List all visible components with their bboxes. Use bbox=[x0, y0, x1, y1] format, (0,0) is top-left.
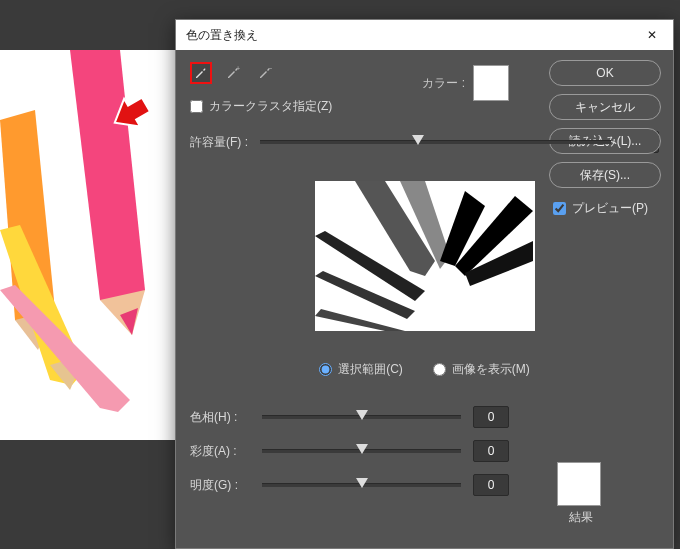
lightness-slider[interactable] bbox=[262, 483, 461, 487]
fuzziness-label: 許容量(F) : bbox=[190, 134, 248, 151]
svg-text:−: − bbox=[268, 65, 272, 72]
color-label: カラー : bbox=[422, 75, 465, 92]
saturation-value[interactable]: 0 bbox=[473, 440, 509, 462]
preview-checkbox[interactable]: プレビュー(P) bbox=[553, 200, 661, 217]
cancel-button[interactable]: キャンセル bbox=[549, 94, 661, 120]
radio-selection[interactable]: 選択範囲(C) bbox=[319, 361, 403, 378]
hue-slider[interactable] bbox=[262, 415, 461, 419]
saturation-label: 彩度(A) : bbox=[190, 443, 250, 460]
eyedropper-minus-icon[interactable]: − bbox=[254, 62, 276, 84]
lightness-value[interactable]: 0 bbox=[473, 474, 509, 496]
result-label: 結果 bbox=[569, 509, 593, 526]
dialog-title: 色の置き換え bbox=[186, 27, 258, 44]
fuzziness-slider[interactable] bbox=[260, 140, 611, 144]
lightness-label: 明度(G) : bbox=[190, 477, 250, 494]
replace-color-dialog: 色の置き換え ✕ + − カラー : OK キャンセル 読み込み(L)... 保… bbox=[175, 19, 674, 549]
annotation-arrow-icon bbox=[105, 90, 155, 140]
radio-image[interactable]: 画像を表示(M) bbox=[433, 361, 530, 378]
source-color-swatch[interactable] bbox=[473, 65, 509, 101]
result-color-swatch[interactable] bbox=[557, 462, 601, 506]
hue-label: 色相(H) : bbox=[190, 409, 250, 426]
close-icon[interactable]: ✕ bbox=[641, 26, 663, 44]
hue-value[interactable]: 0 bbox=[473, 406, 509, 428]
preview-check-input[interactable] bbox=[553, 202, 566, 215]
ok-button[interactable]: OK bbox=[549, 60, 661, 86]
eyedropper-icon[interactable] bbox=[190, 62, 212, 84]
saturation-slider[interactable] bbox=[262, 449, 461, 453]
cluster-check-input[interactable] bbox=[190, 100, 203, 113]
svg-marker-0 bbox=[70, 50, 145, 310]
eyedropper-plus-icon[interactable]: + bbox=[222, 62, 244, 84]
svg-marker-8 bbox=[107, 91, 154, 137]
svg-text:+: + bbox=[236, 65, 240, 72]
titlebar: 色の置き換え ✕ bbox=[176, 20, 673, 50]
save-button[interactable]: 保存(S)... bbox=[549, 162, 661, 188]
selection-preview bbox=[315, 181, 535, 331]
